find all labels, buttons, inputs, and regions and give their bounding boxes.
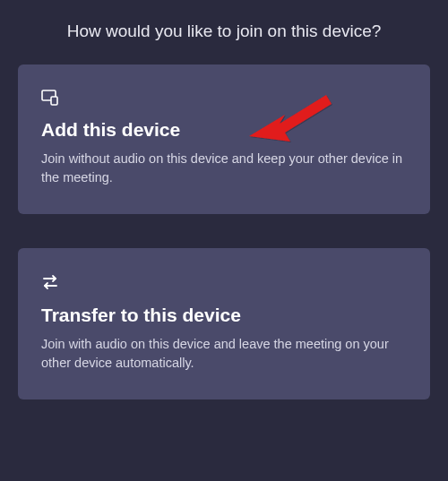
svg-rect-1: [51, 97, 57, 105]
option-add-this-device[interactable]: Add this device Join without audio on th…: [18, 64, 430, 214]
add-device-icon: [41, 90, 407, 109]
option-description: Join with audio on this device and leave…: [41, 335, 407, 373]
option-description: Join without audio on this device and ke…: [41, 150, 407, 187]
dialog-heading: How would you like to join on this devic…: [18, 0, 430, 64]
option-title: Transfer to this device: [41, 304, 407, 326]
join-device-dialog: How would you like to join on this devic…: [0, 0, 448, 399]
option-transfer-to-this-device[interactable]: Transfer to this device Join with audio …: [18, 248, 430, 399]
option-title: Add this device: [41, 118, 407, 141]
transfer-icon: [41, 273, 407, 295]
